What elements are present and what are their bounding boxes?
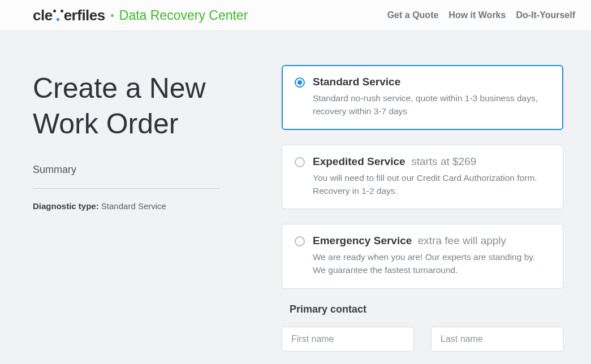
radio-icon[interactable] xyxy=(295,157,305,167)
option-price: starts at $269 xyxy=(411,155,476,167)
option-standard-service[interactable]: Standard Service Standard no-rush servic… xyxy=(282,65,563,130)
left-panel: Create a New Work Order Summary Diagnost… xyxy=(33,65,259,352)
logo-cleverfiles[interactable]: cle erfiles xyxy=(33,7,105,24)
top-nav: Get a Quote How it Works Do-It-Yourself xyxy=(387,10,575,20)
nav-do-it-yourself[interactable]: Do-It-Yourself xyxy=(516,10,575,20)
right-panel: Standard Service Standard no-rush servic… xyxy=(282,65,563,352)
nav-how-it-works[interactable]: How it Works xyxy=(448,10,506,20)
radio-icon[interactable] xyxy=(295,236,305,246)
summary-diagnostic-type: Diagnostic type: Standard Service xyxy=(33,201,259,211)
first-name-input[interactable] xyxy=(282,327,414,352)
radio-icon[interactable] xyxy=(295,77,305,88)
option-price: extra fee will apply xyxy=(418,235,506,246)
primary-contact-heading: Primary contact xyxy=(290,304,563,315)
option-desc: You will need to fill out our Credit Car… xyxy=(313,171,550,198)
summary-label: Diagnostic type: xyxy=(33,201,99,211)
logo-text-left: cle xyxy=(33,7,53,24)
header: cle erfiles Data Recovery Center Get a Q… xyxy=(0,0,591,31)
option-title: Standard Service xyxy=(313,76,400,88)
option-desc: Standard no-rush service, quote within 1… xyxy=(313,92,550,118)
option-emergency-service[interactable]: Emergency Service extra fee will apply W… xyxy=(282,224,563,289)
dot-separator-icon xyxy=(111,14,114,17)
summary-value: Standard Service xyxy=(101,201,166,211)
logo-v-icon xyxy=(53,10,63,21)
page-title: Create a New Work Order xyxy=(33,71,259,141)
brand: cle erfiles Data Recovery Center xyxy=(33,7,248,24)
option-title: Emergency Service xyxy=(313,235,412,246)
option-desc: We are ready when you are! Our experts a… xyxy=(313,250,550,277)
nav-get-a-quote[interactable]: Get a Quote xyxy=(387,10,439,20)
option-title: Expedited Service xyxy=(313,155,405,167)
summary-heading: Summary xyxy=(33,164,219,189)
logo-text-right: erfiles xyxy=(64,7,105,24)
option-expedited-service[interactable]: Expedited Service starts at $269 You wil… xyxy=(282,145,563,210)
brand-subtitle[interactable]: Data Recovery Center xyxy=(119,8,248,23)
last-name-input[interactable] xyxy=(431,327,563,352)
